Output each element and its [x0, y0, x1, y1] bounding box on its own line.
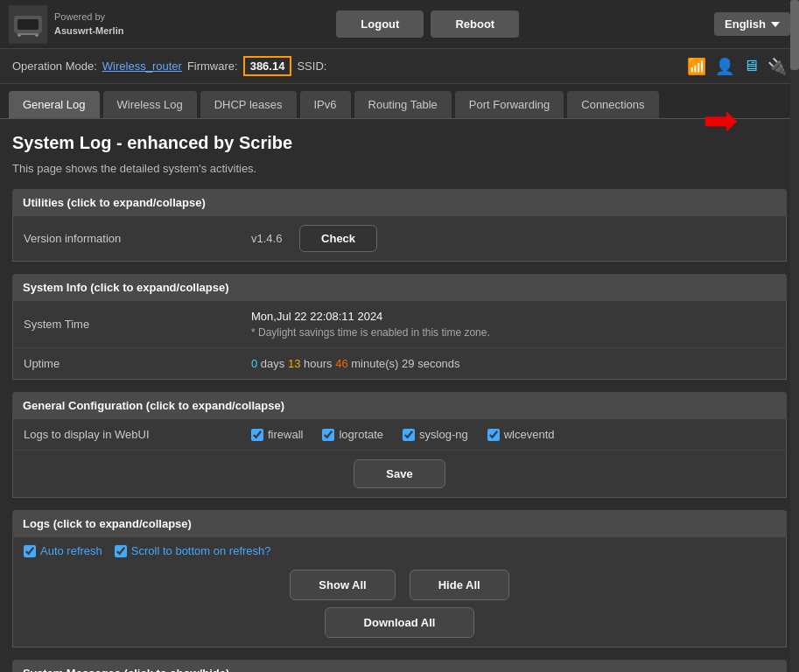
logrotate-checkbox-label[interactable]: logrotate [322, 428, 383, 441]
uptime-days: 0 [251, 357, 257, 370]
uptime-hours: 13 [288, 357, 300, 370]
ssid-label: SSID: [297, 60, 326, 73]
scrollbar-track[interactable] [790, 0, 799, 672]
red-arrow-icon: ➡ [703, 100, 738, 142]
system-time-row: System Time Mon,Jul 22 22:08:11 2024 * D… [13, 301, 786, 348]
uptime-seconds-label: seconds [417, 357, 459, 370]
system-time-main: Mon,Jul 22 22:08:11 2024 [251, 310, 775, 323]
auto-refresh-text: Auto refresh [40, 544, 102, 557]
logrotate-checkbox[interactable] [322, 429, 334, 441]
system-time-value: Mon,Jul 22 22:08:11 2024 * Daylight savi… [251, 310, 775, 339]
language-label: English [725, 18, 766, 31]
page-title: System Log - enhanced by Scribe [12, 133, 787, 153]
scrollbar-thumb[interactable] [790, 0, 799, 70]
svg-rect-1 [18, 19, 39, 30]
svg-rect-4 [18, 33, 39, 35]
checkboxes-row: firewall logrotate syslog-ng wlceve [251, 428, 775, 441]
check-button[interactable]: Check [299, 225, 377, 252]
tabs-bar: General Log Wireless Log DHCP leases IPv… [0, 84, 799, 119]
version-label: Version information [24, 232, 251, 245]
firewall-checkbox[interactable] [251, 429, 263, 441]
general-config-section-body: Logs to display in WebUI firewall logrot… [12, 419, 787, 498]
main-content: System Log - enhanced by Scribe This pag… [0, 119, 799, 672]
action-buttons: Show All Hide All [13, 564, 786, 607]
logs-section-body: Auto refresh Scroll to bottom on refresh… [12, 537, 787, 648]
save-row: Save [13, 451, 786, 497]
wifi-icon: 📶 [687, 57, 706, 76]
tab-ipv6[interactable]: IPv6 [300, 91, 351, 118]
utilities-section-body: Version information v1.4.6 Check [12, 216, 787, 262]
scroll-to-bottom-label[interactable]: Scroll to bottom on refresh? [115, 544, 271, 557]
download-all-button[interactable]: Download All [325, 607, 475, 638]
tab-routing-table[interactable]: Routing Table [354, 91, 452, 118]
uptime-minutes: 46 [335, 357, 347, 370]
show-all-button[interactable]: Show All [290, 570, 395, 600]
op-mode-label: Operation Mode: [12, 60, 97, 73]
uptime-value: 0 days 13 hours 46 minute(s) 29 seconds [251, 357, 775, 370]
logo-text: Powered by Asuswrt-Merlin [54, 10, 123, 38]
tab-wireless-log[interactable]: Wireless Log [103, 91, 197, 118]
download-row: Download All [13, 607, 786, 647]
utilities-section-header[interactable]: Utilities (click to expand/collapse) [12, 189, 787, 216]
version-value-area: v1.4.6 Check [251, 225, 775, 252]
wlceventd-checkbox-label[interactable]: wlceventd [487, 428, 555, 441]
tab-general-log[interactable]: General Log [9, 91, 100, 118]
reboot-button[interactable]: Reboot [431, 10, 519, 38]
auto-refresh-label[interactable]: Auto refresh [24, 544, 102, 557]
version-number: v1.4.6 [251, 232, 282, 245]
firmware-value: 386.14 [243, 56, 292, 76]
logs-display-label: Logs to display in WebUI [24, 428, 251, 441]
syslog-ng-label: syslog-ng [419, 428, 468, 441]
status-icons: 📶 👤 🖥 🔌 [687, 57, 787, 76]
logs-section-header[interactable]: Logs (click to expand/collapse) [12, 510, 787, 537]
logo-icon [9, 5, 47, 44]
uptime-seconds: 29 [402, 357, 414, 370]
general-config-section-header[interactable]: General Configuration (click to expand/c… [12, 392, 787, 419]
uptime-minutes-label: minute(s) [351, 357, 402, 370]
header: Powered by Asuswrt-Merlin Logout Reboot … [0, 0, 799, 49]
system-info-section-body: System Time Mon,Jul 22 22:08:11 2024 * D… [12, 301, 787, 380]
user-icon: 👤 [715, 57, 734, 76]
firewall-checkbox-label[interactable]: firewall [251, 428, 303, 441]
firmware-label: Firmware: [187, 60, 238, 73]
logrotate-label: logrotate [339, 428, 383, 441]
tab-port-forwarding[interactable]: Port Forwarding [455, 91, 564, 118]
uptime-row: Uptime 0 days 13 hours 46 minute(s) 29 s… [13, 348, 786, 379]
logout-button[interactable]: Logout [336, 10, 424, 38]
logs-options: Auto refresh Scroll to bottom on refresh… [13, 537, 786, 564]
page-description: This page shows the detailed system's ac… [12, 162, 787, 175]
uptime-label: Uptime [24, 357, 251, 370]
logs-display-row: Logs to display in WebUI firewall logrot… [13, 419, 786, 451]
tab-dhcp-leases[interactable]: DHCP leases [200, 91, 297, 118]
version-row: Version information v1.4.6 Check [13, 216, 786, 261]
save-button[interactable]: Save [354, 459, 445, 488]
system-messages-section-header[interactable]: System Messages (click to show/hide) [12, 660, 787, 672]
tab-connections[interactable]: Connections [567, 91, 658, 118]
auto-refresh-checkbox[interactable] [24, 545, 36, 557]
logo-area: Powered by Asuswrt-Merlin [9, 5, 123, 44]
system-info-section-header[interactable]: System Info (click to expand/collapse) [12, 274, 787, 301]
scroll-to-bottom-checkbox[interactable] [115, 545, 127, 557]
uptime-days-label: days [261, 357, 288, 370]
usb-icon: 🔌 [767, 57, 787, 76]
header-buttons: Logout Reboot [141, 10, 714, 38]
language-selector[interactable]: English [714, 12, 790, 36]
scroll-to-bottom-text: Scroll to bottom on refresh? [131, 544, 271, 557]
op-mode-value[interactable]: Wireless_router [102, 60, 182, 73]
firewall-label: firewall [268, 428, 303, 441]
wlceventd-checkbox[interactable] [487, 429, 500, 441]
status-bar: Operation Mode: Wireless_router Firmware… [0, 49, 799, 84]
uptime-hours-label: hours [304, 357, 335, 370]
syslog-ng-checkbox[interactable] [403, 429, 415, 441]
monitor-icon: 🖥 [743, 57, 759, 75]
syslog-ng-checkbox-label[interactable]: syslog-ng [403, 428, 468, 441]
hide-all-button[interactable]: Hide All [410, 570, 509, 600]
wlceventd-label: wlceventd [504, 428, 555, 441]
logs-checkboxes: firewall logrotate syslog-ng wlceve [251, 428, 775, 441]
chevron-down-icon [771, 22, 780, 27]
system-time-note: * Daylight savings time is enabled in th… [251, 326, 775, 339]
system-time-label: System Time [24, 318, 251, 331]
